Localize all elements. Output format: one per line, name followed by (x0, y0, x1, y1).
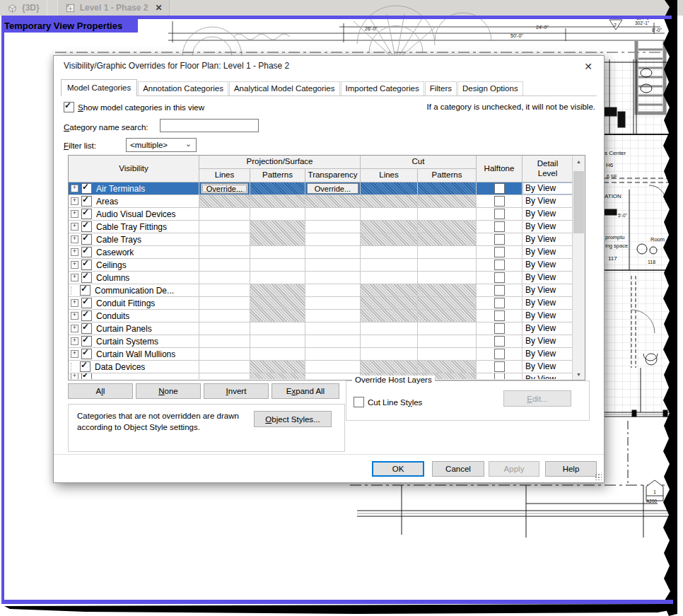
cell-cut-patterns[interactable] (418, 233, 477, 245)
cancel-button[interactable]: Cancel (432, 461, 484, 477)
halftone-checkbox[interactable] (494, 349, 505, 359)
cell-visibility[interactable]: +Areas (69, 195, 199, 207)
cell-lines[interactable] (199, 284, 250, 296)
cell-visibility[interactable]: Data Devices (69, 361, 199, 373)
cell-halftone[interactable] (477, 195, 523, 207)
help-button[interactable]: Help (545, 461, 597, 477)
cell-lines[interactable]: Override... (199, 182, 250, 194)
expand-icon[interactable]: + (71, 274, 78, 281)
visibility-checkbox[interactable] (80, 361, 91, 372)
table-row[interactable]: +Cable Tray FittingsBy View (69, 221, 573, 233)
cell-cut-patterns[interactable] (418, 272, 477, 284)
cell-cut-lines[interactable] (361, 335, 418, 347)
cell-cut-patterns[interactable] (418, 348, 477, 360)
edit-button[interactable]: Edit... (503, 390, 571, 407)
cell-lines[interactable] (199, 361, 250, 373)
cell-halftone[interactable] (477, 182, 523, 194)
cell-halftone[interactable] (477, 373, 523, 379)
cell-patterns[interactable] (250, 221, 305, 233)
expand-icon[interactable]: + (71, 248, 78, 256)
cell-halftone[interactable] (477, 259, 523, 271)
expand-icon[interactable]: + (71, 312, 78, 320)
cell-cut-patterns[interactable] (418, 208, 477, 220)
visibility-checkbox[interactable] (81, 221, 92, 232)
visibility-checkbox[interactable] (81, 310, 92, 321)
table-row[interactable]: +Audio Visual DevicesBy View (69, 208, 573, 221)
scroll-up-icon[interactable]: ▲ (573, 156, 585, 167)
halftone-checkbox[interactable] (494, 298, 505, 308)
cell-visibility[interactable]: Communication De... (69, 284, 199, 296)
cell-halftone[interactable] (477, 335, 523, 347)
table-row[interactable]: +Conduit FittingsBy View (69, 297, 573, 310)
detail-level-cell[interactable]: By View (523, 297, 573, 309)
detail-level-cell[interactable]: By View (523, 195, 573, 207)
table-row[interactable]: +Cable TraysBy View (69, 233, 573, 246)
detail-level-cell[interactable]: By View (523, 348, 573, 360)
cell-patterns[interactable] (250, 259, 305, 271)
cell-lines[interactable] (199, 195, 250, 207)
cell-halftone[interactable] (477, 246, 523, 258)
halftone-checkbox[interactable] (494, 260, 505, 270)
cell-transparency[interactable] (305, 195, 361, 207)
cell-halftone[interactable] (477, 233, 523, 245)
cell-cut-lines[interactable] (361, 348, 418, 360)
expand-icon[interactable]: + (71, 337, 78, 345)
cell-cut-lines[interactable] (361, 284, 418, 296)
halftone-checkbox[interactable] (494, 373, 505, 379)
visibility-checkbox[interactable] (81, 260, 92, 270)
cell-lines[interactable] (199, 221, 250, 233)
visibility-checkbox[interactable] (81, 196, 92, 207)
cell-visibility[interactable]: +Audio Visual Devices (69, 208, 199, 220)
expand-all-button[interactable]: Expand All (272, 383, 339, 399)
halftone-checkbox[interactable] (494, 323, 505, 334)
table-row[interactable]: +Curtain SystemsBy View (69, 335, 573, 348)
cell-cut-patterns[interactable] (418, 335, 477, 347)
cell-visibility[interactable]: +Curtain Wall Mullions (69, 348, 199, 360)
detail-level-cell[interactable]: By View (523, 182, 573, 194)
override-button[interactable]: Override... (307, 183, 358, 194)
cell-visibility[interactable]: +Curtain Panels (69, 322, 199, 335)
cell-transparency[interactable]: Override... (305, 182, 361, 194)
visibility-checkbox[interactable] (81, 183, 92, 194)
cell-patterns[interactable] (250, 322, 305, 335)
tab-model-categories[interactable]: Model Categories (61, 79, 137, 96)
cell-cut-lines[interactable] (361, 272, 418, 284)
detail-level-cell[interactable]: By View (523, 284, 573, 296)
cell-cut-lines[interactable] (361, 246, 418, 258)
none-button[interactable]: None (136, 383, 201, 399)
cell-patterns[interactable] (250, 373, 305, 379)
table-row[interactable]: +AreasBy View (69, 195, 573, 208)
cell-lines[interactable] (199, 297, 250, 309)
cell-transparency[interactable] (305, 259, 361, 271)
cell-cut-lines[interactable] (361, 322, 418, 335)
cell-lines[interactable] (199, 259, 250, 271)
cell-cut-lines[interactable] (361, 195, 418, 207)
cell-transparency[interactable] (305, 272, 361, 284)
expand-icon[interactable]: + (71, 197, 78, 205)
detail-level-cell[interactable]: By View (523, 233, 573, 245)
cell-cut-lines[interactable] (361, 221, 418, 233)
halftone-checkbox[interactable] (494, 310, 505, 321)
cell-patterns[interactable] (250, 310, 305, 322)
cell-transparency[interactable] (305, 246, 361, 258)
detail-level-cell[interactable]: By View (523, 373, 573, 379)
cell-transparency[interactable] (305, 361, 361, 373)
detail-level-cell[interactable]: By View (523, 272, 573, 284)
detail-level-cell[interactable]: By View (523, 322, 573, 335)
expand-icon[interactable]: + (71, 210, 78, 218)
cell-lines[interactable] (199, 246, 250, 258)
visibility-checkbox[interactable] (81, 349, 92, 359)
detail-level-cell[interactable]: By View (523, 335, 573, 347)
cell-patterns[interactable] (250, 335, 305, 347)
cell-cut-lines[interactable] (361, 310, 418, 322)
halftone-checkbox[interactable] (494, 272, 505, 283)
visibility-checkbox[interactable] (81, 298, 92, 308)
expand-icon[interactable]: + (71, 299, 78, 307)
cell-visibility[interactable]: + (69, 373, 199, 379)
cell-lines[interactable] (199, 233, 250, 245)
visibility-checkbox[interactable] (81, 234, 92, 245)
cell-cut-patterns[interactable] (418, 322, 477, 335)
cell-cut-lines[interactable] (361, 259, 418, 271)
cell-lines[interactable] (199, 348, 250, 360)
halftone-checkbox[interactable] (494, 361, 505, 372)
